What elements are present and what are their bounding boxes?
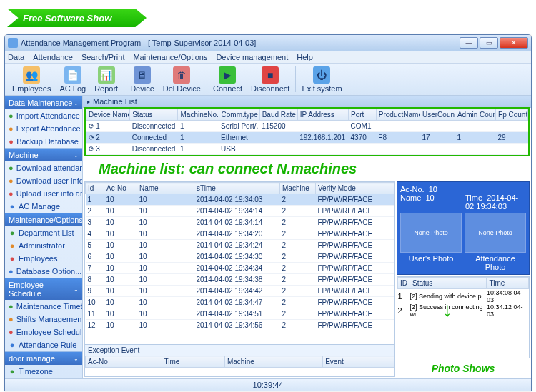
attendance-row[interactable]: 1210102014-04-02 19:34:562FP/PW/RF/FACE — [86, 320, 394, 331]
col-header[interactable]: Device Name — [86, 109, 130, 121]
tb-aclog[interactable]: 📄AC Log — [55, 65, 90, 94]
attendance-row[interactable]: 310102014-04-02 19:34:142FP/PW/RF/FACE — [86, 217, 394, 228]
col-header[interactable]: Status — [130, 109, 178, 121]
sidebar-item[interactable]: ●Maintenance Timetables — [5, 300, 82, 313]
menu-attendance[interactable]: Attendance — [33, 53, 73, 61]
col-header[interactable]: Ac-No — [104, 183, 137, 194]
attendance-row[interactable]: 510102014-04-02 19:34:242FP/PW/RF/FACE — [86, 240, 394, 251]
tb-employees[interactable]: 👥Employees — [8, 65, 55, 94]
attendance-row[interactable]: 410102014-04-02 19:34:202FP/PW/RF/FACE — [86, 228, 394, 240]
machine-row[interactable]: ⟳ 1Disconnected1Serial Port/...115200COM… — [86, 121, 528, 132]
sidebar-section-header[interactable]: Employee Schedule⌄ — [5, 278, 82, 300]
machine-list-table[interactable]: Device NameStatusMachineNo.Comm.typeBaud… — [86, 109, 528, 155]
col-header[interactable]: Machine — [224, 356, 322, 368]
col-header[interactable]: Comm.type — [219, 109, 259, 121]
sidebar-item[interactable]: ●Administrator — [5, 239, 82, 252]
sidebar-section-header[interactable]: Machine⌄ — [5, 148, 82, 161]
machine-row[interactable]: ⟳ 3Disconnected1USB — [86, 144, 528, 155]
col-header[interactable]: Fp Count — [496, 109, 528, 121]
sidebar-item[interactable]: ●Import Attendance Checking ... — [5, 109, 82, 122]
close-button[interactable]: ✕ — [500, 37, 528, 49]
col-header[interactable]: MachineNo. — [178, 109, 219, 121]
annotation-photo-shows: Photo Shows — [397, 360, 530, 377]
sidebar-item[interactable]: ●Backup Database — [5, 135, 82, 148]
sidebar-item[interactable]: ●Attendance Rule — [5, 338, 82, 351]
sidebar-item[interactable]: ●Employee Schedule — [5, 326, 82, 338]
attendance-row[interactable]: 810102014-04-02 19:34:382FP/PW/RF/FACE — [86, 274, 394, 286]
tb-report[interactable]: 📊Report — [90, 65, 122, 94]
tb-exit[interactable]: ⏻Exit system — [297, 65, 346, 94]
chevron-icon: ⌄ — [74, 356, 79, 362]
attendance-row[interactable]: 610102014-04-02 19:34:302FP/PW/RF/FACE — [86, 251, 394, 263]
attendance-row[interactable]: 1110102014-04-02 19:34:512FP/PW/RF/FACE — [86, 308, 394, 320]
user-photo-label: User's Photo — [400, 254, 462, 271]
col-header[interactable]: Machine — [280, 183, 316, 194]
bullet-icon: ● — [9, 255, 16, 262]
titlebar[interactable]: Attendance Management Program - [ Temp-S… — [5, 35, 531, 51]
exception-row[interactable] — [86, 368, 394, 377]
col-header[interactable]: Name — [137, 183, 194, 194]
menu-data[interactable]: Data — [8, 53, 24, 61]
attendance-row[interactable]: 110102014-04-02 19:34:032FP/PW/RF/FACE — [86, 194, 394, 206]
minimize-button[interactable]: — — [460, 37, 478, 49]
sidebar-item[interactable]: ●Timezone — [5, 365, 82, 378]
main-panel: ▸Machine List Device NameStatusMachineNo… — [83, 96, 531, 378]
col-header[interactable]: Port — [349, 109, 377, 121]
col-header[interactable]: Verify Mode — [316, 183, 394, 194]
menu-search[interactable]: Search/Print — [81, 53, 125, 61]
col-header[interactable]: Ac-No — [86, 356, 162, 368]
bullet-icon: ● — [9, 316, 14, 323]
tb-connect[interactable]: ▶Connect — [209, 65, 247, 94]
sidebar-item[interactable]: ●Group — [5, 378, 82, 378]
sidebar-item[interactable]: ●Department List — [5, 226, 82, 239]
sidebar-item[interactable]: ●Download user info and Fp — [5, 174, 82, 187]
exception-table[interactable]: Ac-NoTimeMachineEvent — [85, 356, 394, 376]
attendance-row[interactable]: 710102014-04-02 19:34:342FP/PW/RF/FACE — [86, 263, 394, 274]
bullet-icon: ● — [9, 203, 16, 210]
attendance-table[interactable]: IdAc-NoNamesTimeMachineVerify Mode110102… — [85, 182, 394, 331]
attendance-panel: IdAc-NoNamesTimeMachineVerify Mode110102… — [84, 181, 395, 377]
sidebar-item[interactable]: ●AC Manage — [5, 200, 82, 213]
banner-ribbon: Free Software Show — [7, 9, 147, 27]
bullet-icon: ● — [9, 268, 14, 275]
attendance-row[interactable]: 910102014-04-02 19:34:422FP/PW/RF/FACE — [86, 286, 394, 297]
sidebar-section-header[interactable]: door manage⌄ — [5, 351, 82, 365]
col-header[interactable]: Admin Count — [455, 109, 495, 121]
col-header[interactable]: UserCount — [420, 109, 455, 121]
sidebar-item[interactable]: ●Download attendance logs — [5, 161, 82, 174]
sidebar-item[interactable]: ●Employees — [5, 252, 82, 265]
col-header[interactable]: IP Address — [297, 109, 348, 121]
menu-help[interactable]: Help — [297, 53, 313, 61]
col-header[interactable]: Time — [487, 278, 529, 289]
machine-row[interactable]: ⟳ 2Connected1Ethernet192.168.1.2014370F8… — [86, 132, 528, 144]
app-icon — [8, 38, 18, 48]
sidebar-item[interactable]: ●Shifts Management — [5, 313, 82, 326]
tb-device[interactable]: 🖥Device — [126, 65, 159, 94]
col-header[interactable]: sTime — [194, 183, 280, 194]
tb-deldevice[interactable]: 🗑Del Device — [159, 65, 205, 94]
maximize-button[interactable]: ▭ — [480, 37, 498, 49]
attendance-row[interactable]: 1010102014-04-02 19:34:472FP/PW/RF/FACE — [86, 297, 394, 308]
col-header[interactable]: Status — [410, 278, 487, 289]
sidebar-section-header[interactable]: Maintenance/Options⌄ — [5, 213, 82, 226]
tb-disconnect[interactable]: ■Disconnect — [247, 65, 294, 94]
status-grid[interactable]: IDStatusTime1[2] Sending with device.pl1… — [397, 276, 530, 358]
sidebar-section-header[interactable]: Data Maintenance⌄ — [5, 96, 82, 109]
sidebar-item[interactable]: ●Upload user info and FP — [5, 187, 82, 200]
col-header[interactable]: Baud Rate — [259, 109, 297, 121]
col-header[interactable]: ID — [398, 278, 410, 289]
machine-list-header[interactable]: ▸Machine List — [83, 96, 531, 108]
attendance-row[interactable]: 210102014-04-02 19:34:142FP/PW/RF/FACE — [86, 206, 394, 217]
sidebar-item[interactable]: ●Export Attendance Checking ... — [5, 122, 82, 135]
status-row[interactable]: 1[2] Sending with device.pl10:34:08 04-0… — [398, 289, 529, 304]
menu-maintenance[interactable]: Maintenance/Options — [133, 53, 207, 61]
col-header[interactable]: ProductName — [376, 109, 420, 121]
status-row[interactable]: 2[2] Success in connecting wi10:34:12 04… — [398, 303, 529, 318]
statusbar: 10:39:44 — [5, 378, 531, 391]
col-header[interactable]: Time — [162, 356, 224, 368]
exit-icon: ⏻ — [313, 66, 330, 84]
sidebar-item[interactable]: ●Database Option... — [5, 265, 82, 278]
col-header[interactable]: Id — [86, 183, 104, 194]
col-header[interactable]: Event — [323, 356, 394, 368]
menu-device[interactable]: Device management — [216, 53, 288, 61]
